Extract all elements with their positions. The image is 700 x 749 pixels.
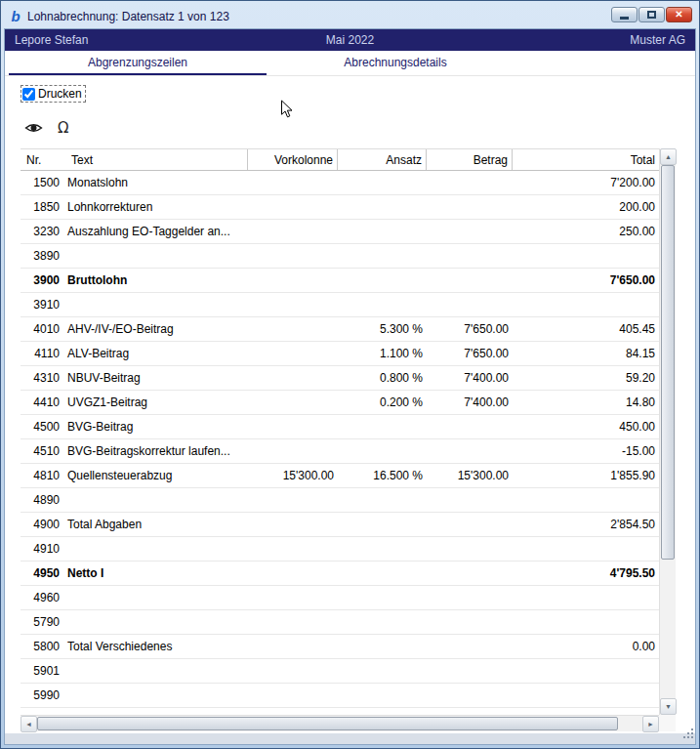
eye-icon[interactable]	[24, 121, 43, 135]
table-row[interactable]: 4010AHV-/IV-/EO-Beitrag5.300 %7'650.0040…	[21, 317, 659, 342]
column-header-vorkolonne[interactable]: Vorkolonne	[248, 149, 338, 170]
cell-text: Total Abgaben	[64, 518, 248, 531]
table-row[interactable]: 4810Quellensteuerabzug15'300.0016.500 %1…	[21, 464, 659, 488]
close-icon: ✕	[675, 8, 682, 21]
window-body: Lepore Stefan Mai 2022 Muster AG Abgrenz…	[4, 28, 696, 745]
column-header-text[interactable]: Text	[64, 149, 248, 170]
cell-nr: 4310	[21, 371, 64, 385]
scroll-up-button[interactable]: ▲	[660, 148, 677, 165]
cell-total: 405.45	[513, 322, 659, 336]
cell-total: 200.00	[513, 200, 659, 214]
table-row[interactable]: 3910	[21, 293, 659, 317]
vertical-scroll-thumb[interactable]	[661, 165, 675, 560]
close-button[interactable]: ✕	[666, 7, 692, 22]
cell-text: AHV-/IV-/EO-Beitrag	[64, 322, 248, 336]
cell-betrag: 7'650.00	[427, 347, 513, 360]
tab-abgrenzungszeilen[interactable]: Abgrenzungszeilen	[9, 51, 267, 75]
cell-total: 450.00	[513, 420, 659, 434]
mouse-cursor	[280, 100, 294, 119]
scroll-right-button[interactable]: ►	[642, 716, 659, 732]
maximize-icon	[647, 11, 656, 19]
cell-betrag: 7'650.00	[427, 322, 513, 336]
horizontal-scroll-thumb[interactable]	[37, 717, 618, 730]
payroll-table: Nr. Text Vorkolonne Ansatz Betrag Total …	[21, 148, 676, 731]
horizontal-scroll-track[interactable]	[37, 716, 642, 731]
cell-nr: 4010	[21, 322, 64, 336]
window-title: Lohnabrechnung: Datensatz 1 von 123	[27, 10, 229, 23]
drucken-checkbox-group: Drucken	[21, 85, 86, 103]
table-row[interactable]: 4900Total Abgaben2'854.50	[21, 513, 659, 537]
employee-name: Lepore Stefan	[15, 33, 238, 47]
cell-vorkolonne: 15'300.00	[248, 469, 338, 482]
table-row[interactable]: 4310NBUV-Beitrag0.800 %7'400.0059.20	[21, 366, 659, 391]
cell-nr: 4960	[21, 591, 64, 604]
table-row[interactable]: 4960	[21, 586, 659, 610]
cell-nr: 5800	[21, 640, 64, 653]
maximize-button[interactable]	[638, 7, 665, 22]
cell-text: Netto I	[64, 566, 248, 580]
cell-total: 59.20	[513, 371, 659, 385]
table-row[interactable]: 4410UVGZ1-Beitrag0.200 %7'400.0014.80	[21, 391, 659, 415]
omega-icon[interactable]: Ω	[58, 119, 68, 137]
scroll-down-button[interactable]: ▼	[660, 698, 677, 715]
table-row[interactable]: 5990	[21, 684, 659, 708]
cell-text: Quellensteuerabzug	[64, 469, 248, 482]
drucken-checkbox[interactable]	[22, 88, 35, 101]
table-row[interactable]: 4950Netto I4'795.50	[21, 562, 659, 586]
horizontal-scrollbar[interactable]: ◄ ►	[21, 715, 659, 731]
cell-ansatz: 16.500 %	[338, 469, 427, 482]
table-row[interactable]: 4110ALV-Beitrag1.100 %7'650.0084.15	[21, 342, 659, 366]
table-row[interactable]: 4890	[21, 488, 659, 513]
vertical-scroll-track[interactable]	[660, 165, 676, 698]
cell-nr: 4510	[21, 444, 64, 458]
table-row[interactable]: 1500Monatslohn7'200.00	[21, 171, 659, 195]
cell-ansatz: 5.300 %	[338, 322, 427, 336]
app-window: b Lohnabrechnung: Datensatz 1 von 123 ✕ …	[0, 0, 700, 749]
cell-ansatz: 0.200 %	[338, 395, 427, 409]
cell-betrag: 7'400.00	[427, 395, 513, 409]
cell-total: 14.80	[513, 395, 659, 409]
drucken-label: Drucken	[38, 87, 82, 101]
cell-text: UVGZ1-Beitrag	[64, 395, 248, 409]
column-header-total[interactable]: Total	[513, 149, 659, 170]
table-row[interactable]: 1850Lohnkorrekturen200.00	[21, 195, 659, 220]
cell-nr: 3890	[21, 249, 64, 263]
cell-nr: 4410	[21, 395, 64, 409]
tab-abrechnungsdetails[interactable]: Abrechnungsdetails	[267, 51, 524, 75]
cell-text: Monatslohn	[64, 176, 248, 189]
column-header-ansatz[interactable]: Ansatz	[338, 149, 427, 170]
cell-text: NBUV-Beitrag	[64, 371, 248, 385]
period-label: Mai 2022	[238, 33, 462, 47]
column-header-betrag[interactable]: Betrag	[427, 149, 513, 170]
table-row[interactable]: 3230Auszahlung EO-Taggelder an...250.00	[21, 220, 659, 244]
table-row[interactable]: 4500BVG-Beitrag450.00	[21, 415, 659, 439]
cell-total: 4'795.50	[513, 566, 659, 580]
cell-total: 7'200.00	[513, 176, 659, 189]
cell-ansatz: 0.800 %	[338, 371, 427, 385]
cell-nr: 1500	[21, 176, 64, 189]
cell-nr: 4950	[21, 566, 64, 580]
table-row[interactable]: 3890	[21, 244, 659, 269]
cell-text: BVG-Beitragskorrektur laufen...	[64, 444, 248, 458]
toolbar: Ω	[24, 119, 68, 137]
cell-nr: 4500	[21, 420, 64, 434]
cell-nr: 5790	[21, 615, 64, 629]
table-row[interactable]: 5790	[21, 610, 659, 635]
vertical-scrollbar[interactable]: ▲ ▼	[659, 148, 676, 715]
resize-grip[interactable]	[682, 727, 695, 744]
cell-nr: 3230	[21, 225, 64, 238]
table-row[interactable]: 3900Bruttolohn7'650.00	[21, 269, 659, 293]
cell-text: BVG-Beitrag	[64, 420, 248, 434]
table-row[interactable]: 5901	[21, 659, 659, 684]
scroll-left-button[interactable]: ◄	[21, 716, 37, 732]
table-row[interactable]: 4910	[21, 537, 659, 562]
tab-bar: Abgrenzungszeilen Abrechnungsdetails	[5, 51, 695, 76]
company-name: Muster AG	[462, 33, 685, 47]
column-header-nr[interactable]: Nr.	[21, 149, 64, 170]
cell-nr: 5990	[21, 688, 64, 702]
cell-ansatz: 1.100 %	[338, 347, 427, 360]
table-row[interactable]: 4510BVG-Beitragskorrektur laufen...-15.0…	[21, 439, 659, 464]
cell-nr: 3900	[21, 273, 64, 287]
minimize-button[interactable]	[611, 7, 638, 22]
table-row[interactable]: 5800Total Verschiedenes0.00	[21, 635, 659, 659]
